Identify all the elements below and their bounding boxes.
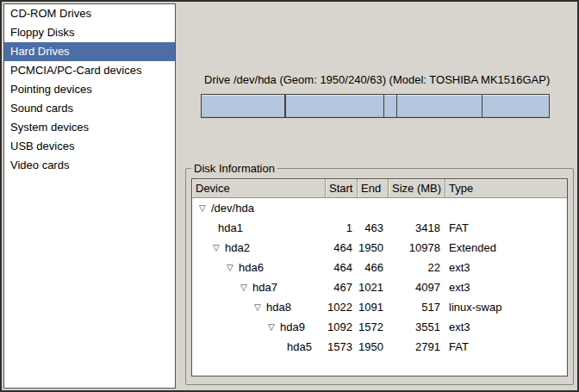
device-label: /dev/hda: [211, 198, 254, 218]
disk-row-hda1[interactable]: hda114633418FAT: [192, 218, 567, 238]
column-header-end[interactable]: End: [358, 179, 389, 198]
cell-size: 3418: [389, 218, 445, 238]
disk-row-hda9[interactable]: ▽hda9109215723551ext3: [192, 317, 567, 337]
sidebar-item-floppy-disks[interactable]: Floppy Disks: [4, 23, 175, 42]
sidebar-item-pcmcia-pc-card-devices[interactable]: PCMCIA/PC-Card devices: [4, 61, 175, 80]
sidebar-item-hard-drives[interactable]: Hard Drives: [4, 42, 175, 61]
partition-bar: [201, 94, 550, 118]
device-label: hda2: [225, 238, 250, 258]
column-header-device[interactable]: Device: [192, 179, 326, 198]
cell-size: 3551: [389, 317, 445, 337]
disk-row-hda8[interactable]: ▽hda810221091517linux-swap: [192, 297, 567, 317]
cell-size: 517: [389, 297, 445, 317]
cell-start: 1: [326, 218, 358, 238]
cell-device: hda5: [192, 337, 326, 357]
disk-row-hda6[interactable]: ▽hda646446622ext3: [192, 258, 567, 277]
cell-size: 2791: [389, 337, 445, 357]
sidebar-item-cd-rom-drives[interactable]: CD-ROM Drives: [4, 4, 175, 23]
disk-information-frame: Disk Information DeviceStartEndSize (MB)…: [185, 162, 574, 385]
cell-device: ▽hda9: [192, 317, 326, 337]
sidebar-item-pointing-devices[interactable]: Pointing devices: [4, 80, 175, 99]
cell-device: ▽hda8: [192, 297, 326, 317]
cell-type: linux-swap: [445, 297, 567, 317]
device-label: hda8: [266, 297, 291, 317]
cell-size: 22: [389, 258, 445, 277]
disk-table: DeviceStartEndSize (MB)Type ▽/dev/hdahda…: [191, 178, 568, 376]
cell-size: [389, 198, 445, 218]
cell-device: ▽hda7: [192, 277, 326, 297]
partition-segment-hda9: [396, 95, 482, 117]
cell-type: ext3: [445, 277, 567, 297]
category-list: CD-ROM DrivesFloppy DisksHard DrivesPCMC…: [3, 3, 176, 389]
sidebar-item-sound-cards[interactable]: Sound cards: [4, 99, 175, 118]
cell-start: 464: [326, 258, 358, 277]
device-label: hda5: [287, 337, 312, 357]
partition-segment-hda8: [383, 95, 395, 117]
disk-row-hda7[interactable]: ▽hda746710214097ext3: [192, 277, 567, 297]
device-label: hda7: [252, 277, 277, 297]
device-label: hda1: [218, 218, 243, 238]
cell-device: ▽hda2: [192, 238, 326, 258]
cell-end: 1091: [358, 297, 389, 317]
cell-device: hda1: [192, 218, 326, 238]
column-header-type[interactable]: Type: [445, 179, 567, 198]
disk-row-dev-hda[interactable]: ▽/dev/hda: [192, 198, 567, 218]
cell-type: [445, 198, 567, 218]
device-label: hda6: [239, 258, 264, 277]
cell-start: 467: [326, 277, 358, 297]
cell-start: 1092: [326, 317, 358, 337]
partition-segment-hda5: [482, 95, 549, 117]
sidebar-item-system-devices[interactable]: System devices: [4, 118, 175, 137]
cell-end: 1950: [358, 337, 389, 357]
cell-type: FAT: [445, 337, 567, 357]
column-header-size-mb[interactable]: Size (MB): [389, 179, 445, 198]
cell-end: [358, 198, 389, 218]
cell-size: 4097: [389, 277, 445, 297]
cell-start: 1022: [326, 297, 358, 317]
partition-segment-hda7: [285, 95, 384, 117]
expander-open-icon[interactable]: ▽: [268, 317, 280, 337]
column-header-start[interactable]: Start: [326, 179, 358, 198]
cell-device: ▽/dev/hda: [192, 198, 326, 218]
cell-type: Extended: [445, 238, 567, 258]
expander-open-icon[interactable]: ▽: [240, 277, 252, 297]
disk-table-header: DeviceStartEndSize (MB)Type: [192, 179, 567, 198]
expander-open-icon[interactable]: ▽: [254, 297, 266, 317]
hardware-browser-window: CD-ROM DrivesFloppy DisksHard DrivesPCMC…: [0, 0, 579, 392]
expander-open-icon[interactable]: ▽: [199, 198, 211, 218]
cell-type: ext3: [445, 317, 567, 337]
disk-table-body: ▽/dev/hdahda114633418FAT▽hda246419501097…: [192, 198, 567, 376]
cell-type: ext3: [445, 258, 567, 277]
expander-open-icon[interactable]: ▽: [213, 238, 225, 258]
cell-end: 463: [358, 218, 389, 238]
cell-start: 464: [326, 238, 358, 258]
cell-device: ▽hda6: [192, 258, 326, 277]
cell-end: 1950: [358, 238, 389, 258]
device-label: hda9: [280, 317, 305, 337]
disk-information-label: Disk Information: [191, 162, 277, 175]
drive-title: Drive /dev/hda (Geom: 1950/240/63) (Mode…: [204, 73, 550, 86]
cell-start: 1573: [326, 337, 358, 357]
sidebar-item-usb-devices[interactable]: USB devices: [4, 137, 175, 156]
cell-end: 466: [358, 258, 389, 277]
disk-row-hda5[interactable]: hda5157319502791FAT: [192, 337, 567, 357]
cell-end: 1572: [358, 317, 389, 337]
expander-open-icon[interactable]: ▽: [227, 258, 239, 277]
cell-type: FAT: [445, 218, 567, 238]
cell-start: [326, 198, 358, 218]
disk-row-hda2[interactable]: ▽hda2464195010978Extended: [192, 238, 567, 258]
cell-end: 1021: [358, 277, 389, 297]
cell-size: 10978: [389, 238, 445, 258]
sidebar-item-video-cards[interactable]: Video cards: [4, 156, 175, 175]
partition-segment-hda1: [202, 95, 284, 117]
